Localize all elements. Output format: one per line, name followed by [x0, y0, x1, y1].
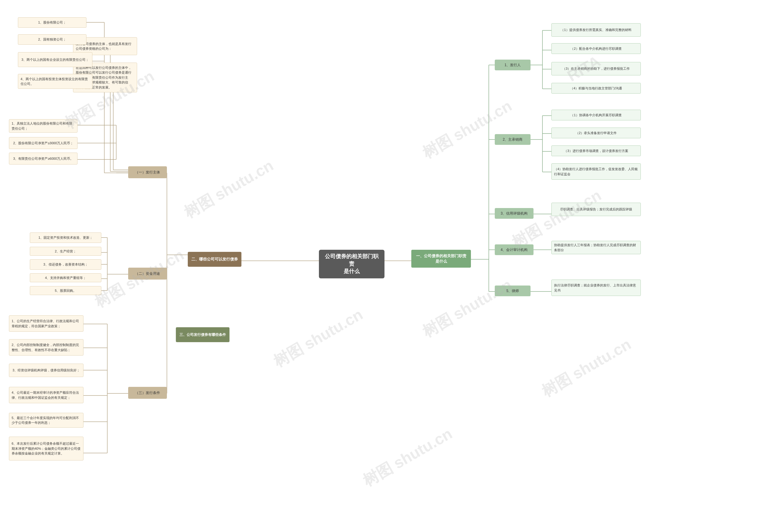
leaf-fund-1: 1、固定资产投资和技术改造、更新；: [30, 233, 101, 243]
leaf-issuer-3: 3、两个以上的国有企业设立的有限责任公司；: [18, 52, 92, 67]
leaf-cond-1: 1、公司的生产经营符合法律、行政法规和公司章程的规定，符合国家产业政策；: [9, 315, 83, 332]
right-leaf-lawyer-1: 执行法律尽职调查；就企业债券的发行、上市出具法律意见书: [551, 279, 641, 296]
right-branch-underwriter: 2、主承销商: [495, 134, 530, 145]
watermark-7: 树图 shutu.cn: [419, 274, 516, 343]
branch-fund-use: （二）资金用途: [128, 267, 167, 279]
right-branch-issuer: 1、发行人: [495, 59, 530, 70]
branch-issue-subject: （一）发行主体: [128, 166, 167, 178]
right-leaf-under-4: （4）协助发行人进行债券报批工作，促发发改委、人民银行和证监会: [551, 163, 641, 180]
right-leaf-issuer-2: （2）配合各中介机构进行尽职调查: [551, 43, 641, 54]
watermark-4: 树图 shutu.cn: [270, 304, 367, 372]
leaf-cond-2: 2、公司内部控制制度健全，内部控制制度的完整性、合理性、有效性不存在重大缺陷；: [9, 339, 83, 356]
leaf-issuer-2: 2、国有独资公司；: [18, 34, 86, 45]
watermark-9: 树图 shutu.cn: [538, 334, 635, 402]
leaf-issuer-1: 1、股份有限公司；: [18, 17, 86, 28]
right-branch-credit: 3、信用评级机构: [495, 208, 533, 219]
right-leaf-acct-1: 协助提供发行人三年报表；协助发行人完成尽职调查的财务部分: [551, 241, 641, 254]
leaf-cond-3: 3、经资信评级机构评级，债券信用级别良好；: [9, 364, 83, 377]
branch-issue-conditions: （三）发行条件: [128, 387, 167, 399]
right-leaf-under-2: （2）牵头准备发行申请文件: [551, 128, 641, 138]
leaf-issuer-sub-1: 1、具独立法人地位的股份有限公司和有限责任公司；: [9, 119, 77, 133]
leaf-cond-6: 6、本次发行后累计公司债务余额不超过最近一期末净资产额的40%；金融类公司的累计…: [9, 437, 83, 461]
leaf-fund-3: 3、偿还债务，改善资本结构；: [30, 259, 101, 270]
right-main-node: 一、公司债券的相关部门职责是什么: [411, 250, 471, 267]
left-sub-main: 三、公司发行债券有哪些条件: [176, 327, 230, 342]
center-node: 公司债券的相关部门职责是什么: [319, 250, 384, 278]
right-leaf-issuer-4: （4）积极与当地行政主管部门/沟通: [551, 83, 641, 94]
right-branch-lawyer: 5、律师: [495, 285, 530, 296]
leaf-fund-4: 4、支持并购和资产重组等；: [30, 273, 101, 282]
right-leaf-credit-1: 尽职调查、出具评级报告；发行完成后的跟踪评级: [551, 203, 641, 216]
watermark-10: 树图 shutu.cn: [359, 424, 456, 491]
watermark-2: 树图 shutu.cn: [180, 155, 277, 223]
leaf-issuer-sub-3: 3、有限责任公司净资产≥6000万人民币。: [9, 153, 77, 164]
leaf-fund-5: 5、股票回购。: [30, 286, 101, 295]
leaf-fund-2: 2、生产经营；: [30, 247, 101, 256]
right-leaf-issuer-3: （3）在主承销商的协助下，进行债券报批工作: [551, 62, 641, 75]
watermark-5: 树图 shutu.cn: [419, 96, 516, 163]
leaf-cond-5: 5、最近三个会计年度实现的年均可分配利润不少于公司债券一年的利息；: [9, 413, 83, 428]
right-leaf-under-1: （1）协调各中介机构开展尽职调查: [551, 110, 641, 120]
leaf-issuer-4: 4、两个以上的国有投资主体投资设立的有限责任公司。: [18, 74, 92, 89]
right-branch-accounting: 4、会计审计机构: [495, 244, 533, 255]
leaf-issuer-sub-2: 2、股份有限公司净资产≥3000万人民币；: [9, 137, 77, 149]
left-main-node: 二、哪些公司可以发行债券: [188, 252, 241, 267]
right-leaf-issuer-1: （1）提供债券发行所需真实、准确和完整的材料: [551, 23, 641, 37]
right-leaf-under-3: （3）进行债券市场调查，设计债券发行方案: [551, 146, 641, 156]
leaf-cond-4: 4、公司最近一期末经审计的净资产额应符合法律、行政法规和中国证监会的有关规定；: [9, 387, 83, 403]
